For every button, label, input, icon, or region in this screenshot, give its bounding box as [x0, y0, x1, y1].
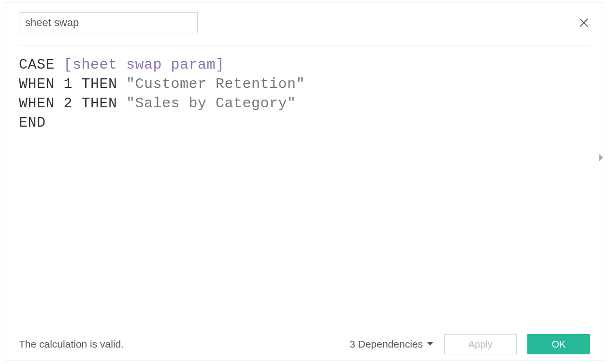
token-kw: THEN: [72, 76, 126, 92]
expand-handle[interactable]: [597, 152, 606, 163]
close-button[interactable]: [578, 16, 590, 29]
token-str: "Sales by Category": [126, 95, 296, 112]
footer-actions: 3 Dependencies Apply OK: [349, 334, 590, 354]
calculation-name-input[interactable]: [19, 12, 198, 33]
token-num: 1: [64, 76, 73, 92]
dependencies-dropdown[interactable]: 3 Dependencies: [349, 338, 434, 350]
token-kw: CASE: [19, 57, 64, 73]
chevron-right-icon: [598, 153, 605, 162]
validation-status: The calculation is valid.: [19, 338, 124, 350]
token-kw: WHEN: [19, 76, 64, 92]
dependencies-label: 3 Dependencies: [349, 338, 423, 350]
close-icon: [579, 17, 589, 28]
calculated-field-dialog: CASE [sheet swap param] WHEN 1 THEN "Cus…: [5, 2, 604, 361]
apply-button[interactable]: Apply: [444, 334, 517, 354]
dialog-header: [5, 2, 604, 33]
dialog-footer: The calculation is valid. 3 Dependencies…: [5, 328, 604, 361]
chevron-down-icon: [427, 342, 434, 347]
ok-button[interactable]: OK: [527, 334, 590, 354]
token-kw: END: [19, 115, 46, 131]
token-num: 2: [64, 95, 73, 112]
token-str: "Customer Retention": [126, 76, 305, 92]
token-field: [sheet swap param]: [64, 57, 225, 73]
formula-editor[interactable]: CASE [sheet swap param] WHEN 1 THEN "Cus…: [19, 55, 599, 277]
token-kw: WHEN: [19, 95, 64, 112]
token-kw: THEN: [72, 95, 126, 112]
formula-editor-wrap: CASE [sheet swap param] WHEN 1 THEN "Cus…: [5, 45, 604, 277]
